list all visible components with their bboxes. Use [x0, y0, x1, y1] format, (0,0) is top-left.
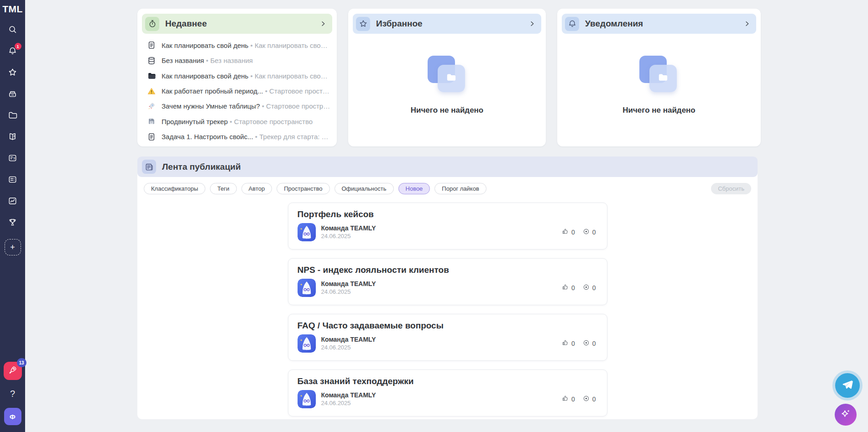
feed-title: Лента публикаций [162, 162, 752, 172]
likes-count: 0 [571, 340, 575, 347]
recent-item[interactable]: Как планировать свой день Как планироват… [146, 71, 330, 81]
post-card[interactable]: Портфель кейсов Команда TEAMLY 24.06.202… [288, 203, 607, 250]
sidebar-nav: 1 [5, 24, 21, 255]
views-stat: 0 [582, 395, 596, 404]
sidebar-item-knowledge-base[interactable] [7, 131, 18, 142]
recent-item[interactable]: Как работает пробный период... Стартовое… [146, 86, 330, 96]
empty-state-text: Ничего не найдено [622, 106, 695, 115]
recent-item[interactable]: Продвинутый трекер Стартовое пространств… [146, 117, 330, 126]
thumbs-up-icon [561, 283, 569, 292]
book-icon [8, 132, 17, 141]
plus-icon: + [10, 243, 15, 251]
post-title: NPS - индекс лояльности клиентов [298, 265, 596, 275]
avatar [298, 223, 316, 241]
avatar [298, 334, 316, 353]
favorites-card-header[interactable]: Избранное [353, 14, 541, 34]
filter-chip-space[interactable]: Пространство [277, 183, 329, 194]
star-outline-icon [356, 17, 370, 31]
post-title: FAQ / Часто задаваемые вопросы [298, 321, 596, 331]
folder-glyph-icon [444, 71, 458, 86]
chevron-right-icon[interactable] [743, 20, 751, 27]
favorites-card-title: Избранное [376, 19, 528, 29]
eye-icon [582, 283, 590, 292]
sidebar-item-search[interactable] [7, 24, 18, 35]
thumbs-up-icon [561, 339, 569, 348]
recent-item-title: Задача 1. Настроить свойс... [162, 133, 253, 141]
sidebar-item-analytics[interactable] [7, 195, 18, 206]
sidebar-bottom: 13 ? Ф [4, 362, 22, 432]
recent-item-context: Стартовое пространство [263, 87, 331, 95]
post-stats: 0 0 [561, 228, 596, 237]
likes-stat[interactable]: 0 [561, 228, 575, 237]
notifications-card-header[interactable]: Уведомления [562, 14, 756, 34]
filter-chip-officiality[interactable]: Официальность [335, 183, 394, 194]
views-stat: 0 [582, 339, 596, 348]
folder-icon [8, 110, 17, 120]
sidebar: TML 1 [0, 0, 25, 432]
filter-chip-new[interactable]: Новое [398, 183, 430, 194]
filter-chip-likes-threshold[interactable]: Порог лайков [434, 183, 486, 194]
sidebar-item-favorites[interactable] [7, 67, 18, 78]
telegram-button[interactable] [835, 373, 860, 398]
recent-item-context: Стартовое пространство [260, 102, 330, 110]
recent-list: Как планировать свой день Как планироват… [142, 34, 332, 141]
post-author: Команда TEAMLY [321, 336, 376, 343]
favorites-card: Избранное Ничего не найдено [348, 9, 546, 146]
filter-chip-classifiers[interactable]: Классификаторы [144, 183, 205, 194]
recent-item-title: Как работает пробный период... [162, 87, 263, 95]
sidebar-item-spaces[interactable] [7, 88, 18, 99]
app-root: TML 1 [0, 0, 868, 432]
reset-filters-button[interactable]: Сбросить [711, 183, 751, 194]
views-count: 0 [592, 396, 596, 403]
post-card[interactable]: База знаний техподдержки Команда TEAMLY … [288, 370, 607, 416]
svg-text:?: ? [13, 157, 15, 160]
post-author: Команда TEAMLY [321, 280, 376, 287]
recent-item-context: Стартовое пространство [228, 118, 313, 125]
recent-card-header[interactable]: Недавнее [142, 14, 332, 34]
recent-item-context: Как планировать свой день [248, 42, 330, 49]
likes-stat[interactable]: 0 [561, 283, 575, 292]
recent-item[interactable]: Как планировать свой день Как планироват… [146, 41, 330, 50]
notification-badge: 1 [15, 43, 21, 50]
sidebar-item-folders[interactable] [7, 109, 18, 120]
views-stat: 0 [582, 228, 596, 237]
post-date: 24.06.2025 [321, 344, 376, 351]
recent-item[interactable]: Без названия Без названия [146, 56, 330, 65]
card-list-icon [8, 175, 17, 184]
help-button[interactable]: ? [10, 389, 15, 399]
ai-assistant-button[interactable] [835, 404, 857, 426]
sidebar-item-notifications[interactable]: 1 [7, 45, 18, 56]
database-icon [146, 56, 157, 65]
chevron-right-icon[interactable] [528, 20, 536, 27]
post-stats: 0 0 [561, 339, 596, 348]
recent-item[interactable]: Задача 1. Настроить свойс... Трекер для … [146, 132, 330, 141]
posts-list: Портфель кейсов Команда TEAMLY 24.06.202… [288, 203, 607, 416]
document-icon [146, 132, 157, 141]
add-space-button[interactable]: + [5, 239, 21, 255]
favorites-empty-state: Ничего не найдено [353, 34, 541, 141]
avatar [298, 390, 316, 408]
warning-icon [146, 86, 157, 96]
chevron-right-icon[interactable] [319, 20, 327, 27]
post-date: 24.06.2025 [321, 288, 376, 295]
post-stats: 0 0 [561, 395, 596, 404]
empty-folder-illustration [427, 54, 468, 93]
sidebar-item-quizzes[interactable]: ? [7, 152, 18, 163]
likes-count: 0 [571, 229, 575, 236]
likes-stat[interactable]: 0 [561, 339, 575, 348]
filter-chip-tags[interactable]: Теги [210, 183, 236, 194]
filter-chip-author[interactable]: Автор [241, 183, 272, 194]
likes-stat[interactable]: 0 [561, 395, 575, 404]
promo-button[interactable]: 13 [4, 362, 22, 380]
sidebar-item-cards[interactable] [7, 174, 18, 185]
empty-folder-illustration [638, 54, 680, 93]
folder-filled-icon [146, 71, 157, 81]
recent-item[interactable]: Зачем нужны Умные таблицы? Стартовое про… [146, 101, 330, 111]
post-card[interactable]: NPS - индекс лояльности клиентов Команда… [288, 258, 607, 305]
sidebar-item-achievements[interactable] [7, 217, 18, 228]
notifications-card-title: Уведомления [585, 19, 743, 29]
top-cards-row: Недавнее Как планировать свой день Как п… [137, 9, 868, 146]
post-card[interactable]: FAQ / Часто задаваемые вопросы Команда T… [288, 314, 607, 361]
post-meta: Команда TEAMLY 24.06.2025 0 0 [298, 390, 596, 408]
profile-button[interactable]: Ф [4, 408, 21, 425]
